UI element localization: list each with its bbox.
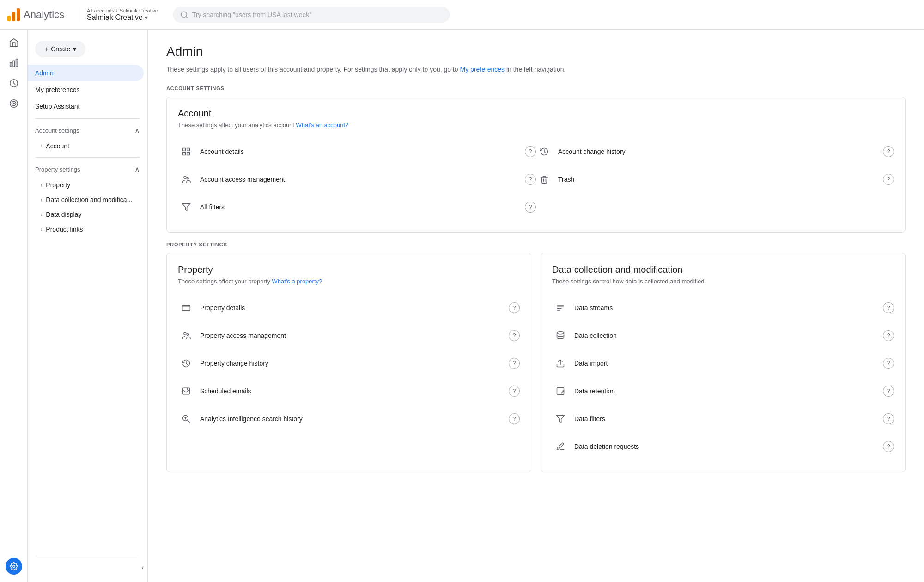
nav-collapse-button[interactable]: ‹ — [28, 560, 147, 575]
property-settings-label: Property settings — [35, 166, 80, 173]
data-deletion-item[interactable]: Data deletion requests ? — [552, 433, 894, 460]
my-preferences-link[interactable]: My preferences — [460, 66, 505, 73]
property-change-history-help-icon[interactable]: ? — [509, 358, 520, 369]
trash-help-icon[interactable]: ? — [883, 174, 894, 185]
settings-icon[interactable] — [6, 558, 22, 575]
breadcrumb-current[interactable]: Salmiak Creative ▾ — [87, 13, 158, 22]
account-change-history-item[interactable]: Account change history ? — [536, 138, 894, 165]
ai-search-history-item[interactable]: Analytics Intelligence search history ? — [178, 405, 520, 433]
data-import-icon — [552, 355, 569, 372]
svg-rect-21 — [183, 388, 190, 394]
property-access-label: Property access management — [200, 332, 503, 339]
breadcrumb: All accounts › Salmiak Creative Salmiak … — [87, 8, 158, 22]
account-details-item[interactable]: Account details ? — [178, 138, 536, 165]
nav-sidebar: + Create ▾ Admin My preferences Setup As… — [28, 30, 148, 582]
svg-rect-12 — [183, 153, 186, 155]
property-access-item[interactable]: Property access management ? — [178, 322, 520, 349]
scheduled-emails-help-icon[interactable]: ? — [509, 386, 520, 397]
data-import-help-icon[interactable]: ? — [883, 358, 894, 369]
explore-icon[interactable] — [5, 74, 23, 92]
data-filters-item[interactable]: Data filters ? — [552, 405, 894, 433]
property-details-item[interactable]: Property details ? — [178, 294, 520, 322]
data-collection-item[interactable]: Data collection ? — [552, 322, 894, 349]
nav-item-admin[interactable]: Admin — [28, 65, 144, 81]
property-access-help-icon[interactable]: ? — [509, 330, 520, 341]
bar-chart-icon[interactable] — [5, 54, 23, 72]
all-filters-help-icon[interactable]: ? — [525, 202, 536, 213]
app-logo: Analytics — [7, 8, 64, 21]
data-retention-help-icon[interactable]: ? — [883, 386, 894, 397]
account-settings-section[interactable]: Account settings ∧ — [28, 123, 147, 139]
nav-bottom: ‹ — [28, 552, 147, 575]
trash-item[interactable]: Trash ? — [536, 165, 894, 193]
property-settings-section[interactable]: Property settings ∧ — [28, 161, 147, 178]
account-change-history-help-icon[interactable]: ? — [883, 146, 894, 157]
whats-account-link[interactable]: What's an account? — [296, 122, 349, 129]
data-filters-icon — [552, 410, 569, 427]
all-filters-label: All filters — [200, 203, 519, 211]
property-change-history-item[interactable]: Property change history ? — [178, 349, 520, 377]
account-card: Account These settings affect your analy… — [166, 97, 906, 233]
nav-item-setup-assistant[interactable]: Setup Assistant — [28, 98, 144, 115]
account-access-icon — [178, 171, 195, 188]
property-details-icon — [178, 300, 195, 316]
property-details-label: Property details — [200, 304, 503, 312]
data-streams-help-icon[interactable]: ? — [883, 302, 894, 313]
breadcrumb-parent: All accounts › Salmiak Creative — [87, 8, 158, 13]
svg-rect-2 — [10, 63, 12, 67]
scheduled-emails-item[interactable]: Scheduled emails ? — [178, 377, 520, 405]
svg-line-24 — [188, 420, 190, 423]
account-settings-right: Account change history ? Trash ? — [536, 138, 894, 221]
account-access-help-icon[interactable]: ? — [525, 174, 536, 185]
home-icon[interactable] — [5, 33, 23, 52]
account-access-item[interactable]: Account access management ? — [178, 165, 536, 193]
whats-property-link[interactable]: What's a property? — [272, 278, 322, 285]
app-name: Analytics — [24, 9, 64, 21]
nav-admin-label: Admin — [35, 69, 54, 77]
create-dropdown-icon: ▾ — [73, 45, 76, 53]
ai-search-history-help-icon[interactable]: ? — [509, 413, 520, 424]
account-details-label: Account details — [200, 148, 519, 155]
svg-point-14 — [184, 176, 186, 178]
nav-sub-product-links[interactable]: › Product links — [28, 222, 147, 237]
all-filters-item[interactable]: All filters ? — [178, 193, 536, 221]
layout: + Create ▾ Admin My preferences Setup As… — [0, 30, 924, 582]
product-links-chevron-icon: › — [41, 227, 42, 232]
data-deletion-help-icon[interactable]: ? — [883, 441, 894, 452]
create-button[interactable]: + Create ▾ — [35, 41, 85, 57]
property-details-help-icon[interactable]: ? — [509, 302, 520, 313]
nav-sub-data-display[interactable]: › Data display — [28, 207, 147, 222]
data-streams-icon — [552, 300, 569, 316]
nav-product-links-label: Product links — [46, 226, 83, 233]
nav-sub-data-collection[interactable]: › Data collection and modifica... — [28, 192, 147, 207]
property-change-history-icon — [178, 355, 195, 372]
create-plus: + — [44, 45, 48, 53]
svg-point-8 — [13, 103, 14, 104]
data-collection-icon — [552, 327, 569, 344]
svg-rect-11 — [187, 148, 190, 151]
account-change-history-label: Account change history — [558, 148, 877, 155]
account-settings-label: Account settings — [35, 127, 79, 134]
nav-setup-label: Setup Assistant — [35, 103, 80, 110]
main-content: Admin These settings apply to all users … — [148, 30, 924, 582]
data-import-item[interactable]: Data import ? — [552, 349, 894, 377]
search-bar[interactable]: Try searching "users from USA last week" — [173, 7, 450, 23]
account-settings-grid: Account details ? Account access managem… — [178, 138, 894, 221]
nav-data-collection-label: Data collection and modifica... — [46, 196, 132, 203]
nav-sub-property[interactable]: › Property — [28, 178, 147, 192]
property-settings-list: Property details ? Property access manag… — [178, 294, 520, 433]
data-filters-help-icon[interactable]: ? — [883, 413, 894, 424]
nav-sub-account[interactable]: › Account — [28, 139, 147, 153]
target-icon[interactable] — [5, 94, 23, 113]
nav-item-my-preferences[interactable]: My preferences — [28, 81, 144, 98]
property-settings-grid: Property These settings affect your prop… — [166, 253, 906, 481]
data-retention-item[interactable]: Data retention ? — [552, 377, 894, 405]
svg-rect-17 — [182, 305, 190, 311]
account-details-help-icon[interactable]: ? — [525, 146, 536, 157]
account-section-header: ACCOUNT SETTINGS — [166, 86, 906, 91]
all-filters-icon — [178, 199, 195, 215]
property-chevron-icon: › — [41, 183, 42, 188]
data-collection-help-icon[interactable]: ? — [883, 330, 894, 341]
data-streams-item[interactable]: Data streams ? — [552, 294, 894, 322]
topbar-divider — [79, 7, 79, 22]
